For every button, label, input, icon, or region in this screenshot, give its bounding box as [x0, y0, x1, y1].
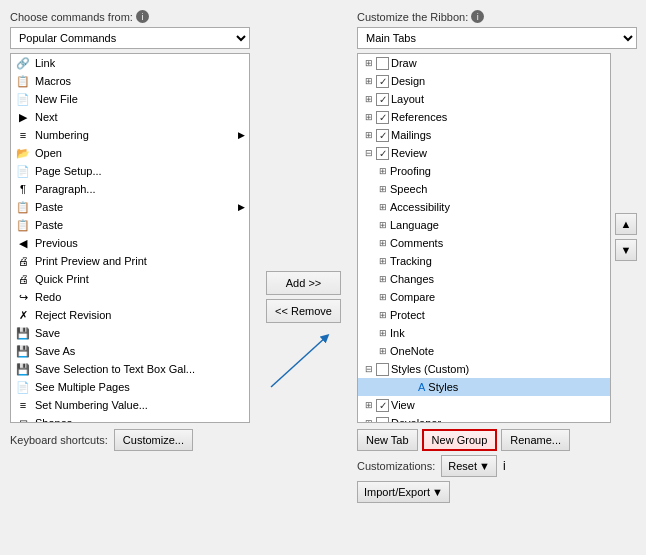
list-item[interactable]: 📄See Multiple Pages	[11, 378, 249, 396]
list-item[interactable]: 📋Paste▶	[11, 198, 249, 216]
page-setup-icon: 📄	[15, 163, 31, 179]
list-item[interactable]: ✗Reject Revision	[11, 306, 249, 324]
list-item[interactable]: 📋Paste	[11, 216, 249, 234]
tree-item[interactable]: ⊞Language	[358, 216, 610, 234]
reset-arrow: ▼	[479, 460, 490, 472]
numbering-icon: ≡	[15, 127, 31, 143]
expand-icon: ⊞	[376, 326, 390, 340]
list-item[interactable]: 📄New File	[11, 90, 249, 108]
up-button[interactable]: ▲	[615, 213, 637, 235]
expand-icon: ⊞	[376, 272, 390, 286]
ribbon-tree: ⊞Draw⊞Design⊞Layout⊞References⊞Mailings⊟…	[357, 53, 611, 423]
list-item[interactable]: ≡Set Numbering Value...	[11, 396, 249, 414]
list-item[interactable]: ◀Previous	[11, 234, 249, 252]
tree-checkbox[interactable]	[376, 417, 389, 424]
customize-button[interactable]: Customize...	[114, 429, 193, 451]
tree-item[interactable]: ⊞OneNote	[358, 342, 610, 360]
reset-button[interactable]: Reset ▼	[441, 455, 497, 477]
tree-item[interactable]: ⊞References	[358, 108, 610, 126]
tree-checkbox[interactable]	[376, 111, 389, 124]
list-item-text: Open	[35, 147, 62, 159]
expand-icon: ⊞	[376, 236, 390, 250]
tree-checkbox[interactable]	[376, 147, 389, 160]
tree-checkbox[interactable]	[376, 363, 389, 376]
list-item[interactable]: 📂Open	[11, 144, 249, 162]
expand-icon: ⊞	[376, 290, 390, 304]
list-item[interactable]: ≡Numbering▶	[11, 126, 249, 144]
expand-icon: ⊞	[376, 200, 390, 214]
list-item[interactable]: ↪Redo	[11, 288, 249, 306]
expand-icon: ⊞	[362, 416, 376, 423]
tree-item-label: Developer	[391, 417, 441, 423]
list-item-text: See Multiple Pages	[35, 381, 130, 393]
set-numbering-icon: ≡	[15, 397, 31, 413]
tree-item[interactable]: ⊞Compare	[358, 288, 610, 306]
list-item[interactable]: 🖨Quick Print	[11, 270, 249, 288]
tree-item[interactable]: ⊞Layout	[358, 90, 610, 108]
list-item[interactable]: ◻Shapes	[11, 414, 249, 423]
new-tab-button[interactable]: New Tab	[357, 429, 418, 451]
tree-item[interactable]: ⊞Mailings	[358, 126, 610, 144]
tree-item[interactable]: ⊞Changes	[358, 270, 610, 288]
remove-button[interactable]: << Remove	[266, 299, 341, 323]
expand-icon: ⊞	[362, 74, 376, 88]
tree-item[interactable]: ⊞Developer	[358, 414, 610, 423]
list-item-text: Page Setup...	[35, 165, 102, 177]
tree-item-label: Ink	[390, 327, 405, 339]
tree-item-label: Comments	[390, 237, 443, 249]
down-button[interactable]: ▼	[615, 239, 637, 261]
keyboard-shortcuts-row: Keyboard shortcuts: Customize...	[10, 429, 250, 451]
list-item-text: Redo	[35, 291, 61, 303]
tree-item[interactable]: ⊞Speech	[358, 180, 610, 198]
tree-item[interactable]: ⊞Ink	[358, 324, 610, 342]
middle-buttons-area: Add >> << Remove	[260, 10, 347, 503]
list-item[interactable]: ¶Paragraph...	[11, 180, 249, 198]
customizations-info-icon[interactable]: i	[503, 459, 506, 473]
tree-item[interactable]: ⊞Accessibility	[358, 198, 610, 216]
list-item[interactable]: 💾Save Selection to Text Box Gal...	[11, 360, 249, 378]
customize-ribbon-info-icon[interactable]: i	[471, 10, 484, 23]
import-export-button[interactable]: Import/Export ▼	[357, 481, 450, 503]
tree-item[interactable]: ⊞Draw	[358, 54, 610, 72]
redo-icon: ↪	[15, 289, 31, 305]
ribbon-dropdown[interactable]: Main Tabs Tool Tabs All Tabs	[357, 27, 637, 49]
choose-commands-info-icon[interactable]: i	[136, 10, 149, 23]
list-item-text: Next	[35, 111, 58, 123]
list-item[interactable]: 💾Save As	[11, 342, 249, 360]
tree-checkbox[interactable]	[376, 57, 389, 70]
tree-checkbox[interactable]	[376, 129, 389, 142]
list-item[interactable]: 🖨Print Preview and Print	[11, 252, 249, 270]
tree-item[interactable]: ⊞Comments	[358, 234, 610, 252]
list-item-text: Print Preview and Print	[35, 255, 147, 267]
list-item[interactable]: 📋Macros	[11, 72, 249, 90]
list-item[interactable]: ▶Next	[11, 108, 249, 126]
tree-item[interactable]: ⊟Styles (Custom)	[358, 360, 610, 378]
tree-item[interactable]: ⊟Review	[358, 144, 610, 162]
tree-item[interactable]: ⊞View	[358, 396, 610, 414]
tree-checkbox[interactable]	[376, 399, 389, 412]
tree-item-label: Styles	[428, 381, 458, 393]
tree-item[interactable]: ⊞Protect	[358, 306, 610, 324]
list-item[interactable]: 💾Save	[11, 324, 249, 342]
expand-icon: ⊞	[362, 92, 376, 106]
add-button[interactable]: Add >>	[266, 271, 341, 295]
tree-item[interactable]: ⊞Design	[358, 72, 610, 90]
tree-item[interactable]: ⊞Tracking	[358, 252, 610, 270]
new-group-button[interactable]: New Group	[422, 429, 498, 451]
tree-item-label: Accessibility	[390, 201, 450, 213]
tree-item-label: Mailings	[391, 129, 431, 141]
tree-item[interactable]: AStyles	[358, 378, 610, 396]
list-item[interactable]: 📄Page Setup...	[11, 162, 249, 180]
tree-item-label: Layout	[391, 93, 424, 105]
tree-checkbox[interactable]	[376, 93, 389, 106]
add-button-label: Add >>	[286, 277, 321, 289]
save-icon: 💾	[15, 325, 31, 341]
commands-dropdown[interactable]: Popular Commands All Commands Commands N…	[10, 27, 250, 49]
list-item[interactable]: 🔗Link	[11, 54, 249, 72]
rename-button[interactable]: Rename...	[501, 429, 570, 451]
tree-item[interactable]: ⊞Proofing	[358, 162, 610, 180]
save-as-icon: 💾	[15, 343, 31, 359]
left-panel-label: Choose commands from: i	[10, 10, 250, 23]
tree-checkbox[interactable]	[376, 75, 389, 88]
paragraph-icon: ¶	[15, 181, 31, 197]
